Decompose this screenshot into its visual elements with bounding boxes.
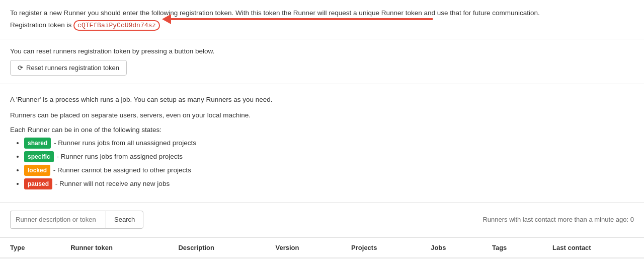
reset-section: You can reset runners registration token… <box>0 39 644 84</box>
runner-info-section: A 'Runner' is a process which runs a job… <box>0 84 644 203</box>
arrow-annotation <box>171 18 433 20</box>
search-section: Search Runners with last contact more th… <box>0 203 644 237</box>
state-desc-shared: - Runner runs jobs from all unassigned p… <box>54 139 196 147</box>
page-container: To register a new Runner you should ente… <box>0 0 644 259</box>
col-jobs: Jobs <box>421 237 482 258</box>
state-desc-paused: - Runner will not receive any new jobs <box>55 180 170 187</box>
search-left: Search <box>10 211 143 229</box>
reset-icon: ⟳ <box>18 64 23 72</box>
runners-contact-info: Runners with last contact more than a mi… <box>482 216 634 223</box>
token-value: cQTFfBaiPyCcU9dn74sz <box>73 20 160 31</box>
token-intro-text: To register a new Runner you should ente… <box>10 8 634 18</box>
badge-paused: paused <box>24 178 52 189</box>
runners-table: Type Runner token Description Version Pr… <box>0 237 644 258</box>
token-label: Registration token is <box>10 21 71 29</box>
state-desc-locked: - Runner cannot be assigned to other pro… <box>53 166 191 174</box>
search-button[interactable]: Search <box>106 211 143 229</box>
search-button-label: Search <box>114 216 135 223</box>
runner-desc-line2: Runners can be placed on separate users,… <box>10 110 634 121</box>
token-label-line: Registration token is cQTFfBaiPyCcU9dn74… <box>10 20 634 31</box>
states-list: shared - Runner runs jobs from all unass… <box>10 138 634 189</box>
badge-shared: shared <box>24 138 51 149</box>
list-item: specific - Runner runs jobs from assigne… <box>24 151 634 162</box>
col-runner-token: Runner token <box>60 237 168 258</box>
table-section: Type Runner token Description Version Pr… <box>0 237 644 258</box>
col-projects: Projects <box>341 237 421 258</box>
state-desc-specific: - Runner runs jobs from assigned project… <box>56 153 183 160</box>
reset-button-label: Reset runners registration token <box>26 64 119 72</box>
arrow-line <box>171 18 433 20</box>
badge-locked: locked <box>24 165 50 176</box>
table-header-row: Type Runner token Description Version Pr… <box>0 237 644 258</box>
list-item: locked - Runner cannot be assigned to ot… <box>24 165 634 176</box>
col-type: Type <box>0 237 60 258</box>
list-item: shared - Runner runs jobs from all unass… <box>24 138 634 149</box>
badge-specific: specific <box>24 151 54 162</box>
col-version: Version <box>266 237 342 258</box>
reset-token-button[interactable]: ⟳ Reset runners registration token <box>10 60 127 76</box>
token-section: To register a new Runner you should ente… <box>0 0 644 39</box>
col-tags: Tags <box>482 237 542 258</box>
col-last-contact: Last contact <box>542 237 644 258</box>
col-description: Description <box>168 237 265 258</box>
arrow-head <box>162 14 171 24</box>
reset-description: You can reset runners registration token… <box>10 47 634 55</box>
runner-desc-line1: A 'Runner' is a process which runs a job… <box>10 94 634 105</box>
intro-text-content: To register a new Runner you should ente… <box>10 9 540 17</box>
list-item: paused - Runner will not receive any new… <box>24 178 634 189</box>
search-input[interactable] <box>10 211 106 229</box>
states-heading: Each Runner can be in one of the followi… <box>10 126 634 134</box>
